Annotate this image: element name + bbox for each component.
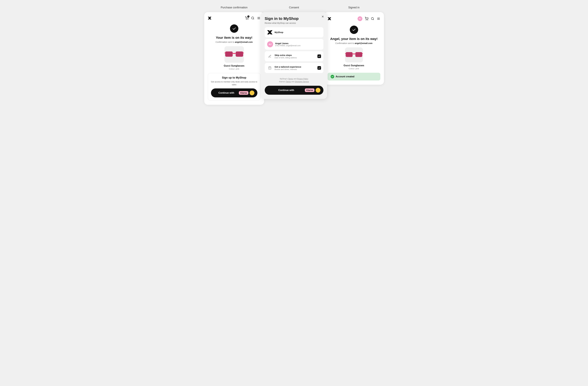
- consent-item-tailored: Get a tailored experience Brands and sto…: [265, 63, 323, 73]
- myshop-label: MyShop: [275, 31, 321, 34]
- logo-1: [208, 16, 211, 20]
- signup-title: Sign up to MyShop: [211, 76, 257, 79]
- klarna-button-1[interactable]: Continue with Klarna: [211, 88, 257, 97]
- klarna-button-2[interactable]: Continue with Klarna: [265, 86, 323, 95]
- check-circle-3: [350, 26, 358, 34]
- product-image-1: [224, 46, 244, 63]
- column-3-title: Signed in: [348, 6, 359, 9]
- product-color-3: Colour: pink: [328, 67, 380, 70]
- svg-rect-28: [362, 53, 363, 54]
- klarna-btn-text-1: Continue with: [214, 92, 239, 94]
- menu-icon-3[interactable]: [377, 17, 380, 20]
- klarna-badge-1: Klarna: [239, 91, 248, 95]
- svg-point-17: [371, 18, 374, 20]
- svg-rect-9: [233, 53, 236, 54]
- klarna-terms-link[interactable]: Terms: [286, 81, 291, 83]
- product-image-3: [345, 47, 363, 62]
- klarna-dot-2: [316, 88, 320, 93]
- footer-line-2: Klarna's Terms and Shopping Service: [265, 80, 323, 83]
- bag-icon: [267, 65, 273, 71]
- svg-line-18: [373, 19, 374, 20]
- footer-line-1: MyShop's Terms and Privacy Policy: [265, 77, 323, 80]
- tailored-checkbox[interactable]: [317, 66, 321, 70]
- svg-rect-27: [345, 53, 346, 54]
- product-color-1: Colour: pink: [208, 68, 261, 70]
- consent-column: Consent ✕ Sign in to MyShop Review what …: [264, 6, 324, 99]
- myshop-logo-icon: [267, 30, 273, 35]
- svg-rect-12: [224, 53, 226, 53]
- consent-item-skip: Skip extra steps Date of birth, billing …: [265, 51, 323, 61]
- nav-bar-3: AJ: [328, 16, 380, 21]
- consent-subtitle: Review what MyShop can access: [265, 22, 323, 24]
- close-icon[interactable]: ✕: [321, 15, 324, 18]
- purchase-confirmation-column: Purchase confirmation: [204, 6, 264, 105]
- column-1-title: Purchase confirmation: [221, 6, 248, 9]
- main-title-1: Your item is on its way!: [208, 36, 261, 40]
- search-icon-3[interactable]: [371, 17, 374, 20]
- svg-rect-11: [236, 52, 243, 57]
- tailored-text: Get a tailored experience Brands and sto…: [275, 66, 315, 71]
- skip-steps-text: Skip extra steps Date of birth, billing …: [275, 54, 315, 59]
- nav-icons-1: 2: [245, 16, 261, 20]
- cart-icon-1[interactable]: 2: [245, 16, 249, 20]
- scene: Purchase confirmation: [204, 6, 384, 105]
- privacy-policy-link[interactable]: Privacy Policy: [297, 78, 308, 80]
- product-name-3: Gucci Sunglasses: [328, 64, 380, 67]
- signup-box: Sign up to MyShop Get access to member-o…: [208, 73, 261, 100]
- cart-icon-3[interactable]: [365, 17, 368, 20]
- consent-card: ✕ Sign in to MyShop Review what MyShop c…: [261, 12, 327, 99]
- consent-item-myshop: MyShop: [265, 27, 323, 38]
- main-title-3: Angel, your item is on its way!: [328, 37, 380, 41]
- user-info: Angel Jones 0762744850, angel@email.com: [275, 42, 321, 47]
- svg-rect-26: [355, 52, 362, 57]
- user-avatar-nav: AJ: [357, 16, 362, 21]
- svg-point-15: [366, 20, 366, 20]
- signup-desc: Get access to member-only deals and earl…: [211, 80, 257, 86]
- nav-bar-1: 2: [208, 16, 261, 20]
- subtitle-3: Confirmation sent to angel@email.com: [328, 42, 380, 44]
- green-check-icon: [331, 75, 334, 78]
- klarna-btn-text-2: Continue with: [268, 89, 305, 92]
- signed-in-card: AJ: [324, 12, 384, 85]
- consent-footer: MyShop's Terms and Privacy Policy Klarna…: [265, 77, 323, 83]
- cart-badge-1: 2: [247, 15, 250, 18]
- subtitle-1: Confirmation sent to angel@email.com: [208, 41, 261, 43]
- svg-rect-24: [353, 54, 355, 55]
- svg-rect-10: [225, 52, 233, 57]
- signed-in-column: Signed in AJ: [324, 6, 384, 85]
- svg-point-16: [368, 20, 368, 20]
- logo-3: [328, 17, 331, 20]
- consent-item-user: AJ Angel Jones 0762744850, angel@email.c…: [265, 39, 323, 50]
- nav-icons-3: AJ: [357, 16, 380, 21]
- pen-icon: [267, 54, 273, 59]
- svg-point-1: [248, 19, 248, 19]
- svg-line-3: [253, 19, 254, 19]
- myshop-terms-link[interactable]: Terms: [288, 78, 293, 80]
- klarna-badge-2: Klarna: [305, 88, 315, 92]
- column-2-title: Consent: [289, 6, 299, 9]
- account-created-text: Account created: [336, 75, 355, 78]
- svg-rect-25: [346, 52, 353, 57]
- purchase-confirmation-card: 2: [204, 12, 264, 105]
- shopping-service-link[interactable]: Shopping Service: [295, 81, 309, 83]
- user-avatar: AJ: [267, 41, 273, 47]
- svg-point-2: [252, 17, 254, 19]
- menu-icon-1[interactable]: [257, 16, 261, 20]
- svg-rect-13: [243, 53, 244, 53]
- klarna-dot-1: [250, 91, 254, 95]
- consent-title: Sign in to MyShop: [265, 16, 323, 21]
- check-circle-1: [230, 24, 238, 33]
- skip-steps-checkbox[interactable]: [317, 55, 321, 58]
- account-created-badge: Account created: [328, 73, 380, 80]
- product-name-1: Gucci Sunglasses: [208, 64, 261, 67]
- search-icon-1[interactable]: [251, 16, 254, 20]
- svg-point-0: [246, 19, 247, 19]
